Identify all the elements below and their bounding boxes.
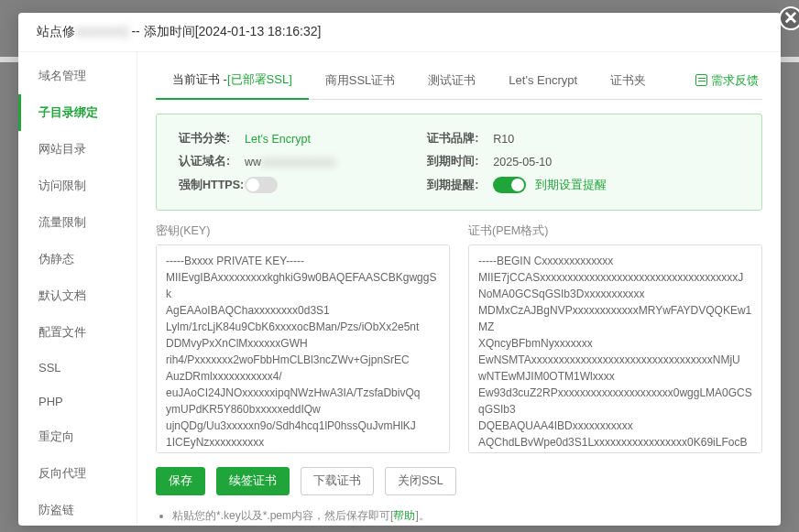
dialog-title: 站点修xxxxxxm] -- 添加时间[2024-01-13 18:16:32]… [18,13,781,52]
ssl-tabs: 当前证书 -[已部署SSL]商用SSL证书测试证书Let's Encrypt证书… [156,61,762,100]
force-https-label: 强制HTTPS: [179,178,245,193]
key-textarea[interactable] [156,244,450,453]
deployed-badge: [已部署SSL] [227,72,292,86]
cert-info-box: 证书分类: Let's Encrypt 认证域名: wwxxxxxxxxxxxx… [156,114,762,211]
cert-domain-value: wwxxxxxxxxxxxxx [245,156,335,168]
sidebar-item-rewrite[interactable]: 伪静态 [18,241,137,277]
expiry-remind-label: 到期提醒: [427,178,493,193]
sidebar-item-subdir[interactable]: 子目录绑定 [18,94,137,131]
sidebar-item-proxy[interactable]: 反向代理 [18,455,137,492]
cert-domain-label: 认证域名: [179,154,245,169]
close-icon[interactable]: ✕ [779,6,799,30]
sidebar-item-default[interactable]: 默认文档 [18,277,137,314]
sidebar-item-ssl[interactable]: SSL [18,351,137,385]
force-https-switch[interactable] [245,177,278,193]
tab-current[interactable]: 当前证书 -[已部署SSL] [156,61,309,100]
sidebar-item-hotlink[interactable]: 防盗链 [18,492,137,526]
cert-expiry-value: 2025-05-10 [493,156,552,168]
expiry-remind-switch[interactable] [493,177,526,193]
cert-category-label: 证书分类: [179,131,245,147]
sidebar-item-access[interactable]: 访问限制 [18,168,137,204]
sidebar-item-traffic[interactable]: 流量限制 [18,204,137,241]
save-button[interactable]: 保存 [156,467,205,495]
sidebar-item-config[interactable]: 配置文件 [18,314,137,351]
tab-le[interactable]: Let's Encrypt [492,63,594,97]
feedback-link[interactable]: 需求反馈 [695,72,762,89]
expiry-remind-link[interactable]: 到期设置提醒 [535,178,607,193]
cert-brand-value: R10 [493,133,514,146]
ssl-panel: 当前证书 -[已部署SSL]商用SSL证书测试证书Let's Encrypt证书… [137,52,781,526]
pem-label: 证书(PEM格式) [468,223,762,239]
sidebar-item-webroot[interactable]: 网站目录 [18,131,137,168]
close-ssl-button[interactable]: 关闭SSL [385,467,456,495]
tab-folder[interactable]: 证书夹 [594,62,662,99]
pem-textarea[interactable] [468,244,762,453]
tab-test[interactable]: 测试证书 [411,62,492,99]
sidebar-item-domain[interactable]: 域名管理 [18,58,137,94]
key-label: 密钥(KEY) [156,223,450,239]
download-button[interactable]: 下载证书 [301,467,374,495]
sidebar-item-php[interactable]: PHP [18,385,137,418]
tab-commercial[interactable]: 商用SSL证书 [309,62,412,99]
settings-sidebar: 域名管理子目录绑定网站目录访问限制流量限制伪静态默认文档配置文件SSLPHP重定… [18,52,137,526]
sidebar-item-redirect[interactable]: 重定向 [18,418,137,455]
renew-button[interactable]: 续签证书 [216,467,290,495]
cert-brand-label: 证书品牌: [427,131,493,147]
help-link[interactable]: 帮助 [393,509,415,522]
site-settings-dialog: 站点修xxxxxxm] -- 添加时间[2024-01-13 18:16:32]… [18,13,781,526]
cert-category-value[interactable]: Let's Encrypt [245,133,311,146]
cert-expiry-label: 到期时间: [427,154,493,169]
paste-tip: 粘贴您的*.key以及*.pem内容，然后保存即可[帮助]。 [172,508,762,524]
edit-icon [695,74,707,86]
